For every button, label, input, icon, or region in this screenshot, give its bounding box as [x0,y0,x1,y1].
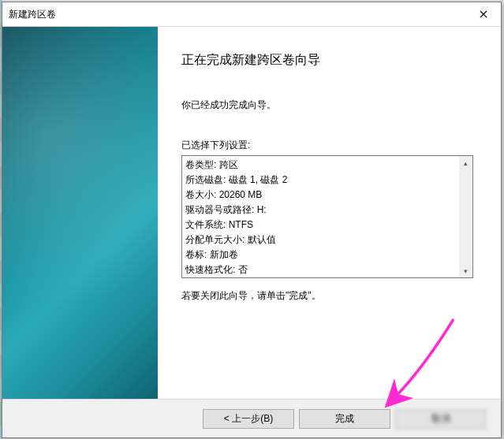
settings-line: 卷类型: 跨区 [185,158,458,173]
settings-label: 已选择下列设置: [181,139,479,152]
close-icon [480,8,487,20]
settings-line: 文件系统: NTFS [185,218,458,233]
wizard-success-text: 你已经成功完成向导。 [181,99,479,112]
back-button[interactable]: < 上一步(B) [203,409,294,429]
cancel-button[interactable]: 取消 [395,409,487,429]
wizard-footer: < 上一步(B) 完成 取消 [2,399,501,437]
settings-line: 快速格式化: 否 [185,262,458,277]
close-button[interactable] [465,2,501,26]
scroll-track[interactable] [459,169,472,264]
settings-lines: 卷类型: 跨区所选磁盘: 磁盘 1, 磁盘 2卷大小: 20260 MB驱动器号… [185,158,458,277]
settings-line: 分配单元大小: 默认值 [185,233,458,247]
wizard-content: 正在完成新建跨区卷向导 你已经成功完成向导。 已选择下列设置: 卷类型: 跨区所… [158,27,501,399]
settings-line: 卷标: 新加卷 [185,247,458,262]
scroll-down-button[interactable]: ▾ [459,264,472,277]
chevron-down-icon: ▾ [464,267,468,275]
settings-line: 驱动器号或路径: H: [185,203,458,218]
titlebar: 新建跨区卷 [2,2,501,27]
finish-button[interactable]: 完成 [299,409,390,429]
settings-line: 所选磁盘: 磁盘 1, 磁盘 2 [185,173,458,188]
window-title: 新建跨区卷 [9,8,56,21]
closing-hint: 若要关闭此向导，请单击"完成"。 [181,289,479,303]
scrollbar[interactable]: ▴ ▾ [459,156,472,277]
wizard-sidebar-graphic [2,27,158,399]
scroll-up-button[interactable]: ▴ [459,156,472,169]
wizard-body: 正在完成新建跨区卷向导 你已经成功完成向导。 已选择下列设置: 卷类型: 跨区所… [2,27,501,399]
wizard-heading: 正在完成新建跨区卷向导 [181,52,479,69]
wizard-window: 新建跨区卷 正在完成新建跨区卷向导 你已经成功完成向导。 已选择下列设置: 卷类… [2,2,502,438]
chevron-up-icon: ▴ [464,159,468,167]
settings-line: 卷大小: 20260 MB [185,188,458,203]
settings-summary-box: 卷类型: 跨区所选磁盘: 磁盘 1, 磁盘 2卷大小: 20260 MB驱动器号… [181,155,473,278]
